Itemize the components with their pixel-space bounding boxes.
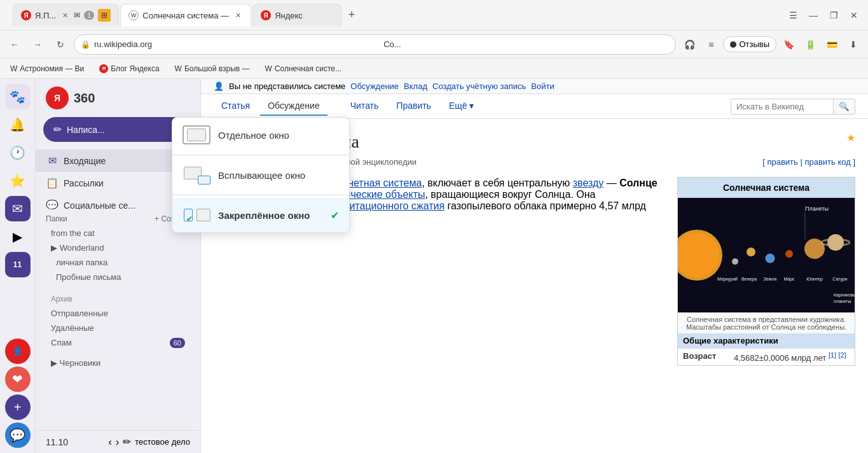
compose-button[interactable]: ✏ Написа...	[43, 117, 193, 142]
deleted-folder[interactable]: Удалённые	[46, 321, 190, 335]
create-account-link[interactable]: Создать учётную запись	[432, 81, 526, 91]
snap-icon[interactable]: ⊞	[98, 9, 111, 22]
forward-button[interactable]: →	[28, 35, 47, 54]
popup-separator-2	[172, 195, 349, 195]
wiki-favicon: W	[128, 10, 139, 20]
back-button[interactable]: ←	[5, 35, 24, 54]
yandex-tab-favicon: Я	[261, 10, 271, 20]
wallet-button[interactable]: 💳	[822, 35, 841, 54]
wiki-search-input[interactable]	[731, 99, 833, 114]
folder-from-cat[interactable]: from the cat	[46, 226, 190, 240]
wiki-tab-read[interactable]: Читать	[343, 97, 387, 116]
bottom-nav-next[interactable]: ›	[116, 436, 119, 448]
heart-app-icon[interactable]: ❤	[5, 366, 31, 392]
bookmark-big-bang[interactable]: W Большой взрыв —	[170, 63, 255, 74]
address-bar[interactable]: 🔒 ru.wikipedia.org Co...	[74, 34, 676, 55]
close-button[interactable]: ✕	[845, 6, 863, 24]
svg-text:планеты: планеты	[834, 299, 851, 303]
bookmark-astronomy-label: Астрономия — Ви	[20, 64, 84, 73]
user-circle-icon-1[interactable]: 👤	[5, 338, 31, 364]
reload-button[interactable]: ↻	[51, 35, 70, 54]
yandex-tab-title: Яндекс	[275, 11, 333, 20]
lock-icon: 🔒	[81, 40, 90, 49]
wiki-tab-close[interactable]: ✕	[233, 10, 243, 20]
download-button[interactable]: ⬇	[844, 35, 863, 54]
add-app-button[interactable]: +	[5, 394, 31, 420]
bookmarks-bar: W Астрономия — Ви Я Блог Яндекса W Больш…	[0, 59, 868, 79]
wiki-tab-more[interactable]: Ещё ▾	[441, 97, 482, 116]
sent-folder[interactable]: Отправленные	[46, 306, 190, 321]
bookmark-solar[interactable]: W Солнечная систе...	[260, 63, 347, 74]
folder-personal-label: личная папка	[56, 258, 107, 267]
maximize-button[interactable]: ❐	[825, 6, 843, 24]
drafts-section: ▶ Черновики	[36, 353, 200, 373]
app-logo-icon[interactable]: 🐾	[5, 84, 31, 109]
wiki-nav: Статья Обсуждение Читать Править Ещё ▾ 🔍	[201, 94, 868, 119]
notifications-icon[interactable]: 🔔	[5, 112, 31, 137]
favorites-icon[interactable]: ⭐	[5, 168, 31, 193]
social-icon: 💬	[46, 199, 59, 209]
popup-pinned-window[interactable]: ✔ Закреплённое окно ✔	[172, 198, 349, 232]
tab-mail[interactable]: Я Я.П... ✕ ✉ 1 ⊞	[13, 4, 119, 27]
mail-tab-title: Я.П...	[35, 11, 56, 20]
age-ref-2[interactable]: [2]	[839, 351, 846, 359]
contribution-link[interactable]: Вклад	[404, 81, 427, 91]
wiki-edit-links[interactable]: [ править | править код ]	[762, 157, 855, 167]
not-logged-in: Вы не представились системе	[229, 81, 345, 91]
popup-separator-1	[172, 155, 349, 155]
tab-wiki[interactable]: W Солнечная система — ✕	[120, 4, 251, 27]
bookmark-button[interactable]: 🔖	[779, 35, 798, 54]
wiki-link-star[interactable]: звезду	[573, 178, 604, 188]
svg-point-4	[747, 247, 755, 256]
popup-menu: Отдельное окно Всплывающее окно	[172, 117, 350, 233]
bookmark-wiki-icon-3: W	[265, 64, 272, 73]
reader-button[interactable]: ≡	[701, 35, 720, 54]
menu-icon[interactable]: ☰	[784, 6, 802, 24]
bottom-time: 11.10	[46, 437, 68, 447]
popup-window-label: Всплывающее окно	[218, 170, 305, 181]
bookmark-wiki-icon-1: W	[10, 64, 17, 73]
mail-tab-close[interactable]: ✕	[60, 10, 70, 20]
folder-test-drafts[interactable]: Пробные письма	[46, 270, 190, 284]
wiki-tab-edit[interactable]: Править	[389, 97, 439, 116]
folder-wonderland-label: Wonderland	[60, 243, 104, 253]
minimize-button[interactable]: —	[804, 6, 822, 24]
social-label: Социальные се...	[64, 200, 135, 210]
wiki-tab-discussion[interactable]: Обсуждение	[260, 97, 327, 116]
wiki-user-bar: 👤 Вы не представились системе Обсуждение…	[201, 79, 868, 94]
chat-app-icon[interactable]: 💬	[5, 422, 31, 448]
clock-icon[interactable]: 🕐	[5, 140, 31, 165]
badge-number-icon[interactable]: 11	[5, 252, 31, 277]
bottom-task-area[interactable]: ‹ › ✏ тестовое дело	[109, 436, 190, 448]
bookmark-ya-icon: Я	[99, 64, 108, 73]
age-ref-1[interactable]: [1]	[829, 351, 836, 359]
folder-personal[interactable]: личная папка	[46, 255, 190, 270]
wiki-search[interactable]: 🔍	[731, 99, 855, 115]
media-icon[interactable]: ▶	[5, 224, 31, 249]
wiki-search-button[interactable]: 🔍	[833, 99, 855, 114]
add-tab-button[interactable]: +	[343, 6, 361, 24]
wiki-star-icon[interactable]: ★	[846, 132, 855, 144]
popup-popup-window[interactable]: Всплывающее окно	[172, 158, 349, 192]
review-button[interactable]: Отзывы	[723, 36, 776, 52]
svg-text:Сатурн: Сатурн	[832, 277, 847, 282]
folders-header[interactable]: Папки + Создать	[46, 214, 190, 223]
popup-separate-window[interactable]: Отдельное окно	[172, 118, 349, 152]
address-short: Co...	[383, 39, 669, 49]
bookmark-yandex-blog[interactable]: Я Блог Яндекса	[94, 63, 164, 74]
tab-yandex[interactable]: Я Яндекс	[252, 4, 341, 27]
login-link[interactable]: Войти	[531, 81, 554, 91]
bookmark-astronomy[interactable]: W Астрономия — Ви	[5, 63, 89, 74]
headphones-button[interactable]: 🎧	[680, 35, 699, 54]
wiki-bold-sun: Солнце	[619, 178, 658, 188]
discussion-link[interactable]: Обсуждение	[350, 81, 399, 91]
tabs-row: Я Я.П... ✕ ✉ 1 ⊞ W Солнечная система — ✕	[13, 4, 782, 27]
drafts-folder[interactable]: ▶ Черновики	[46, 356, 190, 370]
bottom-nav-prev[interactable]: ‹	[109, 436, 112, 448]
wiki-tab-article[interactable]: Статья	[214, 97, 258, 116]
single-window-shape	[187, 129, 206, 141]
spam-folder[interactable]: Спам 60	[46, 335, 190, 351]
mail-app-icon[interactable]: ✉	[5, 196, 31, 221]
ya-mail-header: Я 360	[36, 79, 200, 117]
folder-wonderland[interactable]: ▶ Wonderland	[46, 240, 190, 255]
